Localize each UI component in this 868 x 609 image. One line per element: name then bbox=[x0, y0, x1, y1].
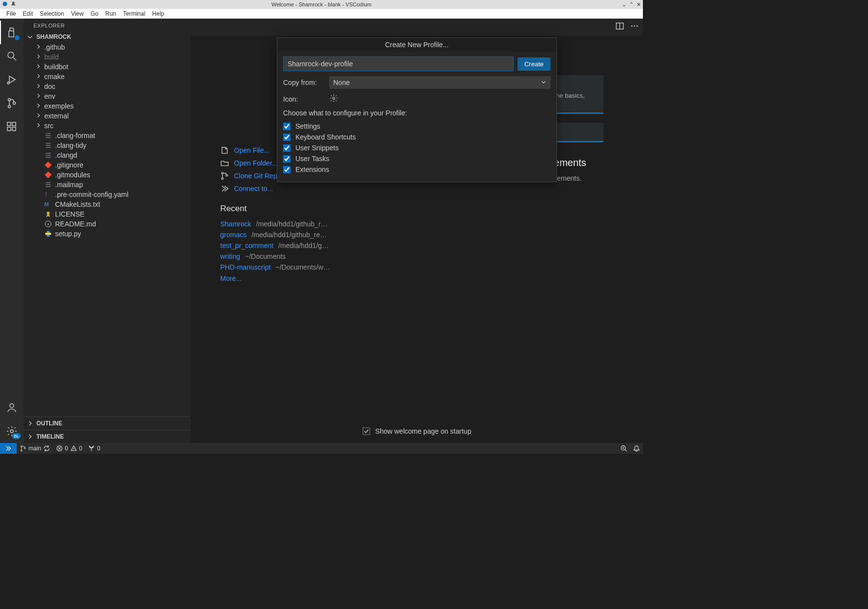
menu-selection[interactable]: Selection bbox=[36, 10, 67, 17]
copy-from-select[interactable]: None bbox=[329, 76, 550, 89]
check-label: User Tasks bbox=[295, 155, 329, 163]
outline-section[interactable]: OUTLINE bbox=[24, 416, 191, 430]
recent-item[interactable]: writing~/Documents bbox=[220, 251, 446, 262]
tree-file[interactable]: .clangd bbox=[26, 150, 191, 160]
menu-edit[interactable]: Edit bbox=[19, 10, 36, 17]
status-problems[interactable]: 0 0 bbox=[53, 445, 85, 452]
profile-check-user-snippets[interactable]: User Snippets bbox=[283, 142, 550, 153]
checkmark-icon bbox=[362, 427, 370, 435]
activity-debug[interactable] bbox=[0, 68, 24, 91]
recent-item[interactable]: gromacs/media/hdd1/github_re… bbox=[220, 229, 446, 240]
sync-icon bbox=[43, 445, 50, 452]
profile-check-keyboard-shortcuts[interactable]: Keyboard Shortcuts bbox=[283, 132, 550, 142]
more-actions-icon[interactable] bbox=[630, 22, 639, 32]
svg-rect-9 bbox=[12, 127, 16, 131]
status-notifications[interactable] bbox=[630, 445, 643, 452]
tree-folder[interactable]: external bbox=[26, 111, 191, 121]
status-zoom[interactable] bbox=[617, 445, 630, 452]
svg-point-14 bbox=[47, 212, 50, 215]
activity-extensions[interactable] bbox=[0, 115, 24, 138]
explorer-root-label: SHAMROCK bbox=[36, 33, 71, 40]
tree-folder[interactable]: cmake bbox=[26, 72, 191, 82]
tree-folder[interactable]: build bbox=[26, 52, 191, 62]
tree-item-label: .pre-commit-config.yaml bbox=[55, 191, 128, 198]
activity-settings[interactable]: BL bbox=[0, 419, 24, 443]
file-icon bbox=[44, 181, 52, 189]
tree-file[interactable]: .clang-format bbox=[26, 131, 191, 140]
status-branch[interactable]: main bbox=[17, 445, 53, 452]
checkbox[interactable] bbox=[283, 144, 290, 152]
menu-terminal[interactable]: Terminal bbox=[119, 10, 148, 17]
tree-folder[interactable]: buildbot bbox=[26, 62, 191, 72]
menu-run[interactable]: Run bbox=[102, 10, 119, 17]
folder-open-icon bbox=[220, 159, 229, 167]
tree-file[interactable]: README.md bbox=[26, 219, 191, 229]
tree-item-label: .clangd bbox=[55, 151, 77, 159]
checkbox[interactable] bbox=[283, 155, 290, 163]
start-item-label: Open File... bbox=[234, 146, 269, 154]
tree-folder[interactable]: exemples bbox=[26, 101, 191, 111]
show-welcome-checkbox[interactable]: Show welcome page on startup bbox=[362, 427, 471, 435]
recent-name: test_pr_comment bbox=[220, 242, 273, 249]
split-editor-icon[interactable] bbox=[615, 22, 624, 32]
checkbox[interactable] bbox=[283, 166, 290, 173]
window-titlebar: Welcome - Shamrock - blank - VSCodium ⌄ … bbox=[0, 0, 643, 9]
status-ports[interactable]: 0 bbox=[85, 445, 103, 452]
activity-account[interactable] bbox=[0, 396, 24, 419]
tree-file[interactable]: setup.py bbox=[26, 229, 191, 239]
start-connect-to[interactable]: Connect to... bbox=[220, 182, 446, 195]
tree-file[interactable]: .clang-tidy bbox=[26, 140, 191, 150]
tree-file[interactable]: .mailmap bbox=[26, 180, 191, 190]
checkbox[interactable] bbox=[283, 134, 290, 141]
tree-item-label: README.md bbox=[55, 220, 96, 228]
minimize-icon[interactable]: ⌄ bbox=[622, 1, 626, 8]
start-item-label: Connect to... bbox=[234, 185, 273, 193]
activity-search[interactable] bbox=[0, 44, 24, 68]
tree-file[interactable]: .gitmodules bbox=[26, 170, 191, 180]
tree-file[interactable]: LICENSE bbox=[26, 209, 191, 219]
chevron-right-icon bbox=[35, 63, 41, 71]
recent-item[interactable]: PHD-manuscript~/Documents/w… bbox=[220, 262, 446, 273]
maximize-icon[interactable]: ⌃ bbox=[629, 1, 634, 8]
recent-name: gromacs bbox=[220, 231, 247, 239]
tree-file[interactable]: MCMakeLists.txt bbox=[26, 199, 191, 209]
status-bar: main 0 0 0 bbox=[0, 443, 643, 454]
explorer-root[interactable]: SHAMROCK bbox=[24, 31, 191, 42]
activity-source-control[interactable] bbox=[0, 91, 24, 115]
recent-more[interactable]: More... bbox=[220, 275, 242, 282]
recent-item[interactable]: test_pr_comment/media/hdd1/g… bbox=[220, 240, 446, 251]
menu-go[interactable]: Go bbox=[87, 10, 102, 17]
activity-explorer[interactable] bbox=[0, 21, 24, 44]
gear-icon[interactable] bbox=[329, 94, 338, 104]
tree-item-label: setup.py bbox=[55, 230, 81, 238]
warning-icon bbox=[70, 445, 77, 452]
tree-folder[interactable]: doc bbox=[26, 82, 191, 91]
tree-folder[interactable]: .github bbox=[26, 42, 191, 52]
bell-icon bbox=[633, 445, 640, 452]
close-icon[interactable]: ✕ bbox=[637, 1, 641, 8]
timeline-section[interactable]: TIMELINE bbox=[24, 430, 191, 443]
tree-folder[interactable]: env bbox=[26, 91, 191, 101]
profile-check-user-tasks[interactable]: User Tasks bbox=[283, 153, 550, 164]
recent-item[interactable]: Shamrock/media/hdd1/github_r… bbox=[220, 219, 446, 229]
menu-help[interactable]: Help bbox=[149, 10, 168, 17]
tree-item-label: LICENSE bbox=[55, 210, 85, 218]
profile-name-input[interactable] bbox=[283, 56, 514, 71]
tree-file[interactable]: !.pre-commit-config.yaml bbox=[26, 190, 191, 199]
timeline-label: TIMELINE bbox=[36, 433, 64, 440]
tree-item-label: .clang-tidy bbox=[55, 141, 87, 149]
profile-check-settings[interactable]: Settings bbox=[283, 121, 550, 132]
create-button[interactable]: Create bbox=[518, 57, 550, 71]
recent-heading: Recent bbox=[220, 204, 446, 214]
tree-folder[interactable]: src bbox=[26, 121, 191, 131]
menu-file[interactable]: File bbox=[3, 10, 19, 17]
tree-file[interactable]: .gitignore bbox=[26, 160, 191, 170]
remote-button[interactable] bbox=[0, 443, 17, 454]
chevron-down-icon bbox=[541, 79, 547, 86]
profile-check-extensions[interactable]: Extensions bbox=[283, 164, 550, 175]
zoom-in-icon bbox=[620, 445, 627, 452]
menu-view[interactable]: View bbox=[67, 10, 87, 17]
pin-icon[interactable] bbox=[11, 1, 17, 8]
checkbox[interactable] bbox=[283, 123, 290, 130]
create-profile-dialog: Create New Profile... Create Copy from: … bbox=[277, 37, 557, 182]
